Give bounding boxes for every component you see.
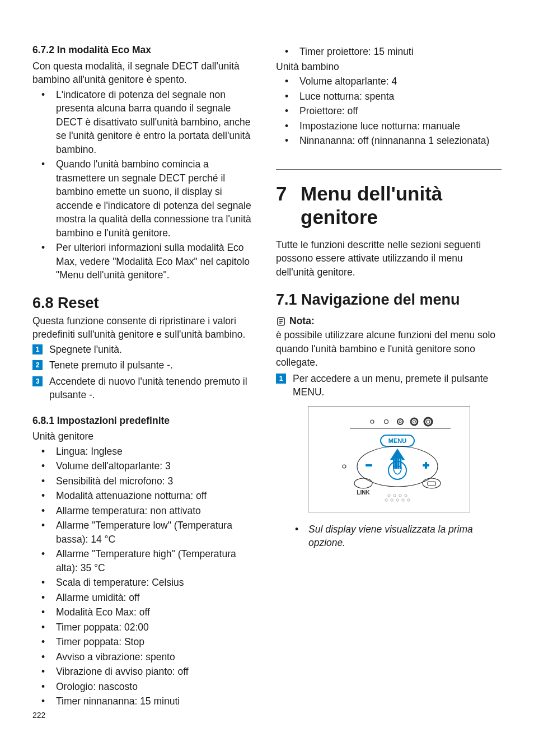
page-number: 222 bbox=[32, 711, 45, 720]
list-item: Allarme "Temperature high" (Temperatura … bbox=[32, 547, 258, 575]
left-column: 6.7.2 In modalità Eco Max Con questa mod… bbox=[32, 44, 258, 710]
step-item: 1Spegnete l'unità. bbox=[32, 343, 258, 357]
list-item: Avviso a vibrazione: spento bbox=[32, 650, 258, 664]
bullet-item: Per ulteriori informazioni sulla modalit… bbox=[32, 241, 258, 282]
svg-point-29 bbox=[393, 494, 395, 496]
note-icon bbox=[276, 316, 286, 326]
list-item: Allarme umidità: off bbox=[32, 591, 258, 605]
step-text: Tenete premuto il pulsante -. bbox=[49, 360, 173, 371]
step-result: Sul display viene visualizzata la prima … bbox=[276, 522, 502, 550]
intro-672: Con questa modalità, il segnale DECT dal… bbox=[32, 59, 258, 87]
step-number-icon: 3 bbox=[32, 376, 43, 386]
list-item: Timer ninnananna: 15 minuti bbox=[32, 694, 258, 708]
unit2-list: Volume altoparlante: 4 Luce notturna: sp… bbox=[276, 74, 502, 148]
note-label: Nota: bbox=[289, 315, 315, 327]
step-item: 3Accendete di nuovo l'unità tenendo prem… bbox=[32, 375, 258, 402]
list-item: Modalità attenuazione notturna: off bbox=[32, 489, 258, 503]
svg-point-10 bbox=[424, 418, 432, 426]
list-item: Allarme "Temperature low" (Temperatura b… bbox=[32, 519, 258, 546]
chapter-number: 7 bbox=[276, 182, 301, 206]
step-text: Per accedere a un menu, premete il pulsa… bbox=[293, 373, 488, 398]
note-heading: Nota: bbox=[276, 315, 502, 327]
svg-point-9 bbox=[413, 420, 415, 423]
unit1-label: Unità genitore bbox=[32, 430, 258, 444]
step-item: 2Tenete premuto il pulsante -. bbox=[32, 358, 258, 372]
svg-point-31 bbox=[404, 494, 406, 496]
svg-rect-27 bbox=[428, 482, 435, 486]
svg-marker-14 bbox=[390, 449, 405, 460]
svg-rect-22 bbox=[425, 462, 427, 469]
illus-menu-label: MENU bbox=[388, 437, 406, 444]
list-item: Volume dell'altoparlante: 3 bbox=[32, 459, 258, 473]
svg-point-8 bbox=[411, 418, 418, 425]
intro-7: Tutte le funzioni descritte nelle sezion… bbox=[276, 238, 502, 279]
unit1-list: Lingua: Inglese Volume dell'altoparlante… bbox=[32, 445, 258, 708]
step-number-icon: 1 bbox=[276, 374, 286, 384]
list-item: Scala di temperature: Celsius bbox=[32, 576, 258, 590]
list-item: Timer poppata: Stop bbox=[32, 635, 258, 649]
steps-71: 1Per accedere a un menu, premete il puls… bbox=[276, 372, 502, 399]
device-illustration: MENU bbox=[308, 406, 470, 512]
list-item: Orologio: nascosto bbox=[32, 680, 258, 694]
svg-point-32 bbox=[385, 498, 387, 501]
svg-point-34 bbox=[396, 498, 398, 501]
right-column: Timer proiettore: 15 minuti Unità bambin… bbox=[276, 44, 502, 710]
svg-point-26 bbox=[423, 478, 441, 488]
list-item: Sensibilità del microfono: 3 bbox=[32, 474, 258, 488]
device-svg: MENU bbox=[316, 412, 462, 507]
list-item: Proiettore: off bbox=[276, 104, 502, 118]
list-item: Lingua: Inglese bbox=[32, 445, 258, 459]
list-item: Luce notturna: spenta bbox=[276, 90, 502, 104]
svg-point-24 bbox=[343, 465, 346, 468]
bullet-item: Quando l'unità bambino comincia a trasme… bbox=[32, 157, 258, 240]
bullets-672: L'indicatore di potenza del segnale non … bbox=[32, 88, 258, 282]
step-number-icon: 1 bbox=[32, 344, 43, 354]
step-number-icon: 2 bbox=[32, 360, 43, 370]
svg-rect-20 bbox=[366, 464, 372, 466]
step-text: Spegnete l'unità. bbox=[49, 344, 122, 355]
result-text: Sul display viene visualizzata la prima … bbox=[276, 522, 502, 550]
chapter-title: Menu dell'unità genitore bbox=[301, 182, 499, 229]
list-item: Vibrazione di avviso pianto: off bbox=[32, 665, 258, 679]
bullet-item: L'indicatore di potenza del segnale non … bbox=[32, 88, 258, 157]
heading-68: 6.8 Reset bbox=[32, 295, 258, 312]
svg-point-6 bbox=[397, 419, 403, 424]
svg-point-30 bbox=[399, 494, 401, 496]
heading-7: 7Menu dell'unità genitore bbox=[276, 182, 502, 229]
svg-point-35 bbox=[401, 498, 404, 501]
unit2-label: Unità bambino bbox=[276, 60, 502, 74]
list-item: Volume altoparlante: 4 bbox=[276, 74, 502, 88]
note-body: è possibile utilizzare alcune funzioni d… bbox=[276, 328, 502, 370]
list-item: Timer poppata: 02:00 bbox=[32, 620, 258, 634]
svg-point-28 bbox=[387, 494, 390, 496]
illus-link-label: LINK bbox=[357, 489, 370, 496]
list-item: Timer proiettore: 15 minuti bbox=[276, 45, 502, 59]
list-item: Allarme temperatura: non attivato bbox=[32, 504, 258, 518]
list-item: Modalità Eco Max: off bbox=[32, 605, 258, 619]
svg-point-36 bbox=[407, 498, 409, 501]
heading-71: 7.1 Navigazione del menu bbox=[276, 291, 502, 309]
svg-point-33 bbox=[390, 498, 392, 501]
svg-point-4 bbox=[371, 420, 374, 423]
step-text: Accendete di nuovo l'unità tenendo premu… bbox=[49, 376, 247, 401]
svg-point-7 bbox=[399, 421, 401, 423]
list-item: Impostazione luce notturna: manuale bbox=[276, 119, 502, 133]
svg-point-5 bbox=[384, 419, 388, 423]
svg-point-25 bbox=[354, 478, 372, 488]
heading-681: 6.8.1 Impostazioni predefinite bbox=[32, 414, 258, 428]
svg-point-11 bbox=[427, 420, 430, 423]
cont-bullets: Timer proiettore: 15 minuti bbox=[276, 45, 502, 59]
step-item: 1Per accedere a un menu, premete il puls… bbox=[276, 372, 502, 399]
steps-68: 1Spegnete l'unità. 2Tenete premuto il pu… bbox=[32, 343, 258, 402]
intro-68: Questa funzione consente di ripristinare… bbox=[32, 314, 258, 342]
section-divider bbox=[276, 169, 502, 170]
list-item: Ninnananna: off (ninnananna 1 selezionat… bbox=[276, 134, 502, 148]
heading-672: 6.7.2 In modalità Eco Max bbox=[32, 44, 258, 57]
